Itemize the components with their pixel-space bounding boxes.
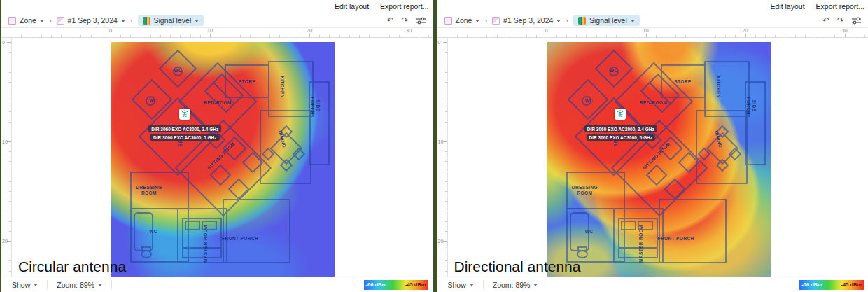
room-label: FRONT PORCH	[658, 236, 694, 242]
show-label: Show	[448, 281, 466, 289]
breadcrumb: Zone › #1 Sep 3, 2024 › Signal level	[8, 15, 204, 26]
edit-layout-link[interactable]: Edit layout	[335, 2, 369, 11]
room-label: SIDE PORCH	[309, 96, 321, 116]
export-report-link[interactable]: Export report...	[380, 2, 428, 11]
signal-level-icon	[578, 17, 586, 25]
room-label: SIDE PORCH	[746, 96, 757, 116]
status-bar: Show Zoom: 89% -66 dBm -45 dBm	[438, 277, 868, 292]
access-point-marker[interactable]: 5G	[615, 109, 626, 120]
toolbar: Zone › #1 Sep 3, 2024 › Signal level ↶	[438, 13, 868, 28]
zone-icon	[8, 17, 16, 25]
edit-layout-link[interactable]: Edit layout	[771, 2, 805, 11]
zoom-label: Zoom: 89%	[493, 281, 531, 289]
show-dropdown[interactable]: Show	[444, 281, 477, 289]
ap-band-badge: 5G	[183, 115, 187, 118]
map-row: 01020	[438, 38, 868, 277]
room-label: SITTING ROOM	[642, 141, 672, 171]
snapshot-label: #1 Sep 3, 2024	[68, 16, 118, 25]
v-ruler: 01020	[1, 38, 12, 277]
snapshot-icon	[492, 17, 500, 25]
redo-button[interactable]: ↷	[401, 16, 408, 25]
room-label: MASTER ROOM	[638, 225, 644, 263]
room-label: WC	[585, 98, 594, 104]
ap-label-5ghz: DIR 3060 EXO AC3000, 5 GHz	[150, 134, 219, 141]
signal-scale-legend: -66 dBm -45 dBm	[364, 280, 428, 290]
status-bar: Show Zoom: 89% -66 dBm -45 dBm	[1, 277, 433, 292]
status-divider	[483, 280, 484, 289]
room-label: WC	[174, 68, 182, 74]
chevron-down-icon	[533, 284, 538, 286]
breadcrumb-separator: ›	[484, 16, 487, 25]
panel-divider	[433, 0, 438, 292]
zone-dropdown[interactable]: Zone	[8, 16, 44, 25]
survey-map: WCWCBED-ROOMSTOREKITCHENSIDE PORCHDINING…	[547, 42, 771, 277]
v-ruler: 01020	[438, 38, 448, 277]
visualization-dropdown[interactable]: Signal level	[138, 15, 204, 26]
room-label: STORE	[674, 79, 691, 85]
history-controls: ↶ ↷	[386, 16, 425, 25]
ap-label-24ghz: DIR 3060 EXO AC3000, 2.4 GHz	[584, 125, 657, 132]
snapshot-icon	[57, 17, 64, 25]
history-controls: ↶ ↷	[822, 16, 861, 25]
room-label: BED-ROOM	[640, 100, 667, 106]
map-row: 01020	[1, 38, 433, 277]
undo-button[interactable]: ↶	[386, 16, 393, 25]
ap-band-badge: 5G	[618, 115, 622, 118]
zone-icon	[444, 17, 452, 25]
room-label: STORE	[239, 79, 255, 85]
snapshot-label: #1 Sep 3, 2024	[503, 16, 553, 25]
display-settings-icon[interactable]	[852, 17, 861, 25]
ap-label-5ghz: DIR 3060 EXO AC3000, 5 GHz	[587, 134, 655, 141]
status-divider	[47, 280, 48, 289]
scale-min-label: -66 dBm	[802, 281, 822, 288]
undo-button[interactable]: ↶	[822, 16, 830, 25]
room-label: FRONT PORCH	[222, 236, 258, 242]
room-label: MASTER ROOM	[203, 225, 209, 263]
ap-label-24ghz: DIR 3060 EXO AC3000, 2.4 GHz	[148, 125, 221, 132]
room-label: DRESSING ROOM	[572, 185, 598, 196]
chevron-down-icon	[34, 284, 38, 286]
zone-dropdown[interactable]: Zone	[444, 16, 480, 25]
chevron-down-icon	[556, 20, 561, 22]
chevron-down-icon	[631, 20, 635, 22]
scale-max-label: -45 dBm	[405, 281, 426, 288]
breadcrumb-separator: ›	[49, 16, 52, 25]
chevron-down-icon	[195, 20, 199, 22]
access-point-marker[interactable]: 5G	[179, 109, 190, 120]
panel: Edit layout Export report... Zone › #1 S…	[1, 0, 433, 292]
survey-map: WCWCBED-ROOMSTOREKITCHENSIDE PORCHDINING…	[111, 42, 335, 277]
room-label: KITCHEN	[279, 76, 285, 98]
panel-caption: Directional antenna	[454, 258, 581, 275]
map-canvas[interactable]: WCWCBED-ROOMSTOREKITCHENSIDE PORCHDINING…	[12, 38, 433, 277]
zone-label: Zone	[20, 16, 36, 25]
scale-min-label: -66 dBm	[366, 281, 387, 288]
room-label: KITCHEN	[715, 76, 720, 98]
toolbar: Zone › #1 Sep 3, 2024 › Signal level ↶	[1, 13, 433, 28]
breadcrumb: Zone › #1 Sep 3, 2024 › Signal level	[444, 15, 640, 26]
room-label: DRESSING ROOM	[136, 185, 162, 196]
show-dropdown[interactable]: Show	[8, 281, 41, 289]
status-divider	[111, 280, 112, 289]
zoom-dropdown[interactable]: Zoom: 89%	[53, 281, 106, 289]
room-label: WC	[149, 98, 158, 104]
app-root: Edit layout Export report... Zone › #1 S…	[0, 0, 868, 292]
snapshot-dropdown[interactable]: #1 Sep 3, 2024	[492, 16, 561, 25]
snapshot-dropdown[interactable]: #1 Sep 3, 2024	[57, 16, 125, 25]
breadcrumb-separator: ›	[130, 16, 133, 25]
map-canvas[interactable]: WCWCBED-ROOMSTOREKITCHENSIDE PORCHDINING…	[448, 38, 868, 277]
visualization-label: Signal level	[589, 16, 627, 25]
room-label: BED-ROOM	[204, 100, 231, 106]
room-label: WC	[149, 229, 158, 235]
export-report-link[interactable]: Export report...	[816, 2, 864, 11]
redo-button[interactable]: ↷	[837, 16, 844, 25]
status-divider	[547, 280, 547, 289]
show-label: Show	[12, 281, 30, 289]
floorplan-labels-layer: WCWCBED-ROOMSTOREKITCHENSIDE PORCHDINING…	[547, 42, 771, 277]
visualization-dropdown[interactable]: Signal level	[573, 15, 640, 26]
chevron-down-icon	[98, 284, 102, 286]
zone-label: Zone	[456, 16, 472, 25]
display-settings-icon[interactable]	[416, 17, 426, 25]
scale-max-label: -45 dBm	[841, 281, 862, 288]
zoom-dropdown[interactable]: Zoom: 89%	[489, 281, 542, 289]
chevron-down-icon	[475, 20, 479, 22]
